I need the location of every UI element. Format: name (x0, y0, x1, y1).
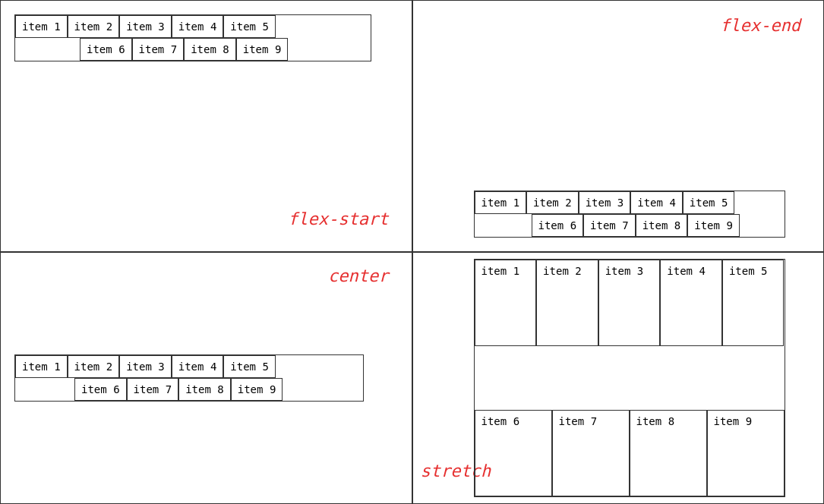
panel-stretch: stretch item 1 item 2 item 3 item 4 item… (412, 252, 825, 504)
item-c-1: item 1 (15, 355, 68, 378)
item-c-9: item 9 (231, 378, 283, 401)
item-c-5: item 5 (223, 355, 276, 378)
item-st-9: item 9 (707, 410, 785, 496)
item-fe-7: item 7 (583, 214, 636, 237)
label-center: center (328, 266, 388, 285)
item-fe-1: item 1 (475, 191, 527, 214)
item-c-6: item 6 (74, 378, 127, 401)
item-st-6: item 6 (475, 410, 552, 496)
flex-start-demo: item 1 item 2 item 3 item 4 item 5 item … (14, 14, 371, 61)
item-fe-6: item 6 (532, 214, 584, 237)
flex-stretch-demo: item 1 item 2 item 3 item 4 item 5 item … (474, 259, 785, 497)
item-st-8: item 8 (630, 410, 707, 496)
item-st-3: item 3 (598, 260, 661, 346)
item-c-3: item 3 (119, 355, 172, 378)
item-fe-2: item 2 (526, 191, 579, 214)
item-st-2: item 2 (536, 260, 598, 346)
item-fe-3: item 3 (579, 191, 631, 214)
item-fe-5: item 5 (683, 191, 735, 214)
item-fs-4: item 4 (172, 15, 224, 38)
item-fs-3: item 3 (119, 15, 172, 38)
panel-flex-start: item 1 item 2 item 3 item 4 item 5 item … (0, 0, 412, 252)
item-fs-6: item 6 (80, 38, 132, 61)
item-fe-9: item 9 (687, 214, 740, 237)
flex-end-demo: item 1 item 2 item 3 item 4 item 5 item … (474, 191, 785, 238)
item-fe-8: item 8 (636, 214, 688, 237)
item-c-8: item 8 (178, 378, 231, 401)
item-fs-5: item 5 (223, 15, 276, 38)
item-fs-1: item 1 (15, 15, 68, 38)
item-fs-9: item 9 (236, 38, 289, 61)
panel-flex-end: flex-end item 1 item 2 item 3 item 4 ite… (412, 0, 825, 252)
label-flex-end: flex-end (720, 16, 800, 35)
label-flex-start: flex-start (288, 209, 388, 228)
item-st-1: item 1 (475, 260, 537, 346)
item-fs-8: item 8 (184, 38, 236, 61)
item-st-4: item 4 (660, 260, 722, 346)
item-c-7: item 7 (127, 378, 179, 401)
item-c-2: item 2 (68, 355, 120, 378)
main-grid: item 1 item 2 item 3 item 4 item 5 item … (0, 0, 824, 504)
item-fs-7: item 7 (132, 38, 185, 61)
item-fs-2: item 2 (68, 15, 120, 38)
item-c-4: item 4 (172, 355, 224, 378)
item-fe-4: item 4 (630, 191, 683, 214)
flex-center-demo: item 1 item 2 item 3 item 4 item 5 item … (14, 354, 364, 402)
panel-center: center item 1 item 2 item 3 item 4 item … (0, 252, 412, 504)
item-st-5: item 5 (722, 260, 785, 346)
item-st-7: item 7 (552, 410, 630, 496)
